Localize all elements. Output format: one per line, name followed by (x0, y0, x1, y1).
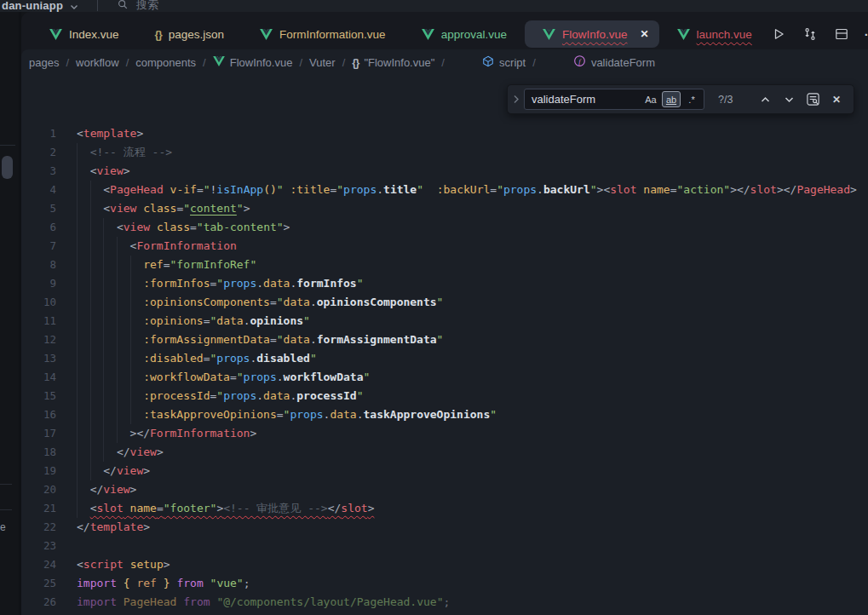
close-tab-icon[interactable]: ✕ (640, 28, 648, 40)
previous-match-icon[interactable] (756, 90, 774, 109)
line-number[interactable]: 3 (21, 162, 56, 181)
tab-forminformation-vue[interactable]: FormInformation.vue (242, 20, 404, 48)
breadcrumb-item-components[interactable]: components (135, 56, 196, 69)
find-query-text[interactable]: validateForm (532, 93, 640, 106)
split-editor-icon[interactable] (833, 26, 850, 43)
next-match-icon[interactable] (779, 90, 798, 109)
line-number[interactable]: 12 (21, 330, 56, 349)
code-line: 26import PageHead from "@/components/lay… (21, 593, 868, 612)
line-number[interactable]: 6 (21, 218, 56, 237)
indent-guide (90, 293, 104, 312)
indent-guide (77, 462, 90, 480)
breadcrumb-item-workflow[interactable]: workflow (76, 56, 119, 69)
indent-guide (130, 256, 144, 274)
tab-launch-vue[interactable]: launch.vue (659, 20, 770, 48)
global-search[interactable]: 搜索 (117, 0, 158, 12)
line-number[interactable]: 20 (21, 480, 56, 499)
code-line: 12:formAssignmentData="data.formAssignme… (21, 330, 868, 349)
line-number[interactable]: 2 (21, 143, 56, 162)
indent-guide (130, 349, 144, 368)
indent-guide (103, 237, 117, 256)
line-number[interactable]: 7 (21, 237, 56, 256)
indent-guide (90, 443, 104, 462)
indent-guide (77, 405, 90, 424)
editor-actions: ··· (770, 26, 868, 43)
code-line: 24<script setup> (21, 555, 868, 574)
line-number[interactable]: 9 (21, 274, 56, 293)
breadcrumb-item-flowinfo-file[interactable]: FlowInfo.vue (213, 56, 293, 69)
code-line: 2<!-- 流程 --> (21, 143, 868, 162)
line-number[interactable]: 10 (21, 293, 56, 312)
svg-text:f: f (578, 57, 582, 66)
open-changes-icon[interactable] (802, 26, 819, 43)
breadcrumb-separator: / (441, 56, 445, 69)
sidebar-selected-item-partial[interactable] (2, 156, 13, 179)
line-number[interactable]: 1 (21, 124, 56, 143)
line-number[interactable]: 13 (21, 349, 56, 368)
breadcrumb-item-pages[interactable]: pages (29, 56, 59, 69)
code-line: 5<view class="content"> (21, 199, 868, 218)
indent-guide (90, 218, 104, 237)
breadcrumb: pages / workflow / components / FlowInfo… (21, 49, 868, 75)
whole-word-button[interactable]: ab (662, 91, 681, 107)
indent-guide (77, 349, 90, 368)
project-switcher[interactable]: dan-uniapp (2, 0, 63, 12)
indent-guide (90, 424, 104, 443)
line-number[interactable]: 17 (21, 424, 56, 443)
code-line: 4<PageHead v-if="!isInApp()" :title="pro… (21, 181, 868, 199)
code-line: 1<template> (21, 124, 868, 143)
breadcrumb-item-vuter[interactable]: Vuter (309, 56, 336, 69)
line-number[interactable]: 5 (21, 199, 56, 218)
code-editor[interactable]: 1<template>2<!-- 流程 -->3<view>4<PageHead… (21, 75, 868, 615)
breadcrumb-separator: / (203, 56, 206, 69)
breadcrumb-item-flowinfo-symbol[interactable]: {} "FlowInfo.vue" (352, 56, 434, 69)
vue-file-icon (677, 29, 690, 40)
vue-file-icon (49, 29, 62, 40)
line-number[interactable]: 25 (21, 574, 56, 593)
line-number[interactable]: 19 (21, 462, 56, 480)
tab-label: FormInformation.vue (279, 28, 386, 41)
line-number[interactable]: 4 (21, 181, 56, 199)
sidebar-cut-text: e (0, 521, 6, 533)
indent-guide (117, 424, 130, 443)
line-number[interactable]: 8 (21, 256, 56, 274)
tab-pages-json[interactable]: { } pages.json (137, 20, 243, 48)
vue-file-icon (260, 29, 273, 40)
tab-label: approval.vue (441, 28, 507, 41)
code-line: 6<view class="tab-content"> (21, 218, 868, 237)
indent-guide (117, 312, 130, 330)
code-line: 13:disabled="props.disabled" (21, 349, 868, 368)
toggle-replace-icon[interactable] (509, 85, 522, 113)
chevron-down-icon (70, 0, 78, 12)
indent-guide (77, 181, 90, 199)
close-find-icon[interactable]: ✕ (827, 90, 846, 109)
indent-guide (77, 293, 90, 312)
line-number[interactable]: 14 (21, 368, 56, 387)
more-actions-icon[interactable]: ··· (865, 27, 868, 42)
find-input[interactable]: validateForm Aa ab .* (524, 89, 704, 110)
line-number[interactable]: 15 (21, 387, 56, 405)
regex-button[interactable]: .* (682, 91, 701, 107)
find-in-selection-icon[interactable] (803, 90, 822, 109)
breadcrumb-separator: / (66, 56, 69, 69)
tab-bar: Index.vue { } pages.json FormInformation… (21, 12, 868, 49)
line-number[interactable]: 22 (21, 518, 56, 537)
indent-guide (130, 368, 144, 387)
indent-guide (117, 274, 130, 293)
indent-guide (130, 405, 144, 424)
tab-label: launch.vue (697, 28, 752, 41)
line-number[interactable]: 18 (21, 443, 56, 462)
indent-guide (130, 387, 144, 405)
line-number[interactable]: 21 (21, 499, 56, 518)
line-number[interactable]: 23 (21, 537, 56, 555)
tab-index-vue[interactable]: Index.vue (32, 20, 137, 48)
run-icon[interactable] (770, 26, 787, 43)
indent-guide (77, 368, 90, 387)
match-case-button[interactable]: Aa (641, 91, 660, 107)
line-number[interactable]: 24 (21, 555, 56, 574)
line-number[interactable]: 26 (21, 593, 56, 612)
line-number[interactable]: 16 (21, 405, 56, 424)
indent-guide (103, 405, 117, 424)
indent-guide (77, 387, 90, 405)
line-number[interactable]: 11 (21, 312, 56, 330)
